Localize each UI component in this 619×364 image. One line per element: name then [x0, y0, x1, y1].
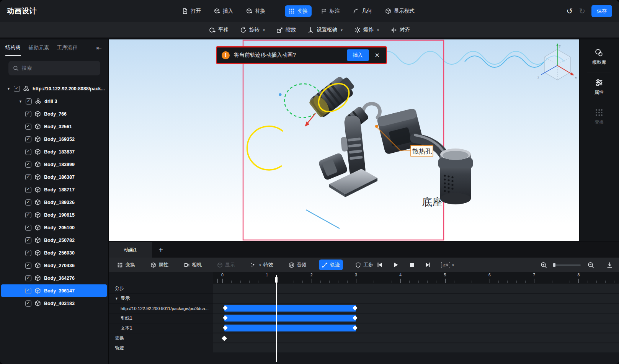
tree-item[interactable]: Body_403183	[1, 297, 107, 310]
tree-root[interactable]: ▼ http://10.122.92.200:8088/pack...	[1, 82, 107, 95]
keyframe-bar[interactable]	[224, 325, 356, 331]
geometry-button[interactable]: 几何	[349, 5, 376, 17]
keyframe-bar[interactable]	[224, 305, 356, 312]
tree-item[interactable]: Body_250782	[1, 234, 107, 246]
tree-item[interactable]: Body_169352	[1, 133, 107, 145]
timeline-row-steps[interactable]: 分步	[109, 284, 619, 294]
model-library-button[interactable]: 模型库	[585, 45, 613, 70]
track-lane[interactable]	[213, 343, 619, 353]
caret-down-icon[interactable]: ▼	[19, 100, 23, 103]
tree-item-selected[interactable]: Body_396147	[1, 284, 107, 297]
checkbox[interactable]	[25, 300, 31, 307]
timeline-row-leader[interactable]: 引线1	[109, 313, 619, 323]
tree-item[interactable]: Body_183837	[1, 145, 107, 158]
dialog-insert-button[interactable]: 插入	[347, 49, 369, 61]
save-button[interactable]: 保存	[591, 5, 612, 17]
track-transform-button[interactable]: 变换	[114, 260, 138, 270]
pan-button[interactable]: 平移	[209, 26, 229, 33]
tree-item[interactable]: Body_186387	[1, 171, 107, 183]
viewport-3d[interactable]: y z x	[109, 39, 579, 241]
checkbox[interactable]	[25, 111, 31, 117]
checkbox[interactable]	[25, 174, 31, 180]
track-display-button[interactable]: 显示	[214, 260, 238, 270]
tree-item[interactable]: Body_32561	[1, 120, 107, 133]
checkbox[interactable]	[25, 124, 31, 130]
close-icon[interactable]: ✕	[373, 52, 381, 59]
checkbox[interactable]	[25, 199, 31, 206]
download-icon[interactable]	[606, 262, 613, 268]
track-lane[interactable]	[213, 304, 619, 313]
step-back-icon[interactable]	[377, 262, 383, 268]
replace-button[interactable]: 替换	[242, 5, 269, 17]
transform-rail-button[interactable]: 变换	[585, 104, 613, 129]
tree-group-drill3[interactable]: ▼ drill 3	[1, 95, 107, 108]
tab-structure-tree[interactable]: 结构树	[5, 40, 21, 56]
redo-icon[interactable]: ↻	[579, 7, 585, 15]
checkbox[interactable]	[26, 98, 32, 104]
timeline-ruler[interactable]: 0 1 2 3 4 5 6 7 8	[213, 272, 619, 284]
insert-button[interactable]: 插入	[210, 5, 237, 17]
checkbox[interactable]	[25, 275, 31, 281]
checkbox[interactable]	[25, 187, 31, 193]
track-audio-button[interactable]: 音频	[286, 260, 310, 270]
tree-item[interactable]: Body_189326	[1, 196, 107, 209]
tree-item[interactable]: Body_364276	[1, 272, 107, 284]
search-input[interactable]: 搜索	[8, 61, 100, 75]
track-lane[interactable]	[213, 294, 619, 304]
zoom-out-icon[interactable]	[588, 262, 594, 268]
timeline-row-model[interactable]: http://10.122.92.200:9011/package/pc/3dc…	[109, 304, 619, 313]
checkbox[interactable]	[25, 162, 31, 168]
undo-icon[interactable]: ↺	[566, 7, 573, 15]
tree-item[interactable]: Body_256030	[1, 246, 107, 259]
align-button[interactable]: 对齐	[390, 26, 410, 33]
tree-item[interactable]: Body_270436	[1, 259, 107, 272]
tree-item[interactable]: Body_766	[1, 108, 107, 120]
annotate-button[interactable]: 标注	[317, 5, 344, 17]
checkbox[interactable]	[25, 225, 31, 231]
checkbox[interactable]	[25, 237, 31, 243]
timeline-row-display-group[interactable]: ▼显示	[109, 294, 619, 304]
timeline-row-transform[interactable]: 变换	[109, 333, 619, 343]
track-camera-button[interactable]: 相机	[181, 260, 205, 270]
track-effects-button[interactable]: ▾ 特效	[247, 260, 276, 270]
tree-item[interactable]: Body_188717	[1, 183, 107, 196]
tree-item[interactable]: Body_183999	[1, 158, 107, 171]
set-pivot-button[interactable]: 设置枢轴 ▾	[307, 26, 343, 33]
scale-button[interactable]: 缩放	[276, 26, 296, 33]
tab-animation1[interactable]: 动画1	[109, 242, 152, 258]
collapse-sidebar-icon[interactable]: ⇤	[96, 44, 102, 52]
timeline-row-trajectory[interactable]: 轨迹	[109, 343, 619, 353]
tree-item[interactable]: Body_190615	[1, 209, 107, 221]
track-lane[interactable]	[213, 284, 619, 294]
timeline-row-text[interactable]: 文本1	[109, 323, 619, 333]
tab-aux-elements[interactable]: 辅助元素	[29, 40, 49, 55]
open-button[interactable]: 打开	[178, 5, 205, 17]
track-lane[interactable]	[213, 323, 619, 333]
caret-down-icon[interactable]: ▼	[7, 87, 11, 91]
track-workstep-button[interactable]: 工步	[352, 260, 376, 270]
tab-process-flow[interactable]: 工序流程	[57, 40, 78, 55]
checkbox[interactable]	[25, 136, 31, 142]
rotate-button[interactable]: 旋转 ▾	[240, 26, 265, 33]
checkbox[interactable]	[25, 263, 31, 269]
explode-button[interactable]: 爆炸 ▾	[354, 26, 379, 33]
checkbox[interactable]	[25, 288, 31, 294]
zoom-in-icon[interactable]	[541, 262, 547, 268]
caret-down-icon[interactable]: ▼	[115, 297, 119, 300]
stop-icon[interactable]	[409, 262, 415, 268]
track-properties-button[interactable]: 属性	[147, 260, 171, 270]
timeline-zoom-slider[interactable]	[554, 264, 581, 266]
display-mode-button[interactable]: 显示模式	[381, 5, 418, 17]
play-icon[interactable]	[393, 262, 399, 268]
tree-item[interactable]: Body_205100	[1, 221, 107, 234]
checkbox[interactable]	[25, 250, 31, 256]
keyframe-diamond[interactable]	[222, 336, 227, 341]
step-forward-icon[interactable]	[425, 262, 431, 268]
properties-button[interactable]: 属性	[585, 75, 613, 100]
keyframe-bar[interactable]	[224, 315, 356, 322]
checkbox[interactable]	[14, 86, 20, 92]
transform-button[interactable]: 变换	[285, 5, 312, 17]
add-animation-button[interactable]: +	[152, 242, 170, 258]
track-lane[interactable]	[213, 333, 619, 343]
checkbox[interactable]	[25, 212, 31, 218]
